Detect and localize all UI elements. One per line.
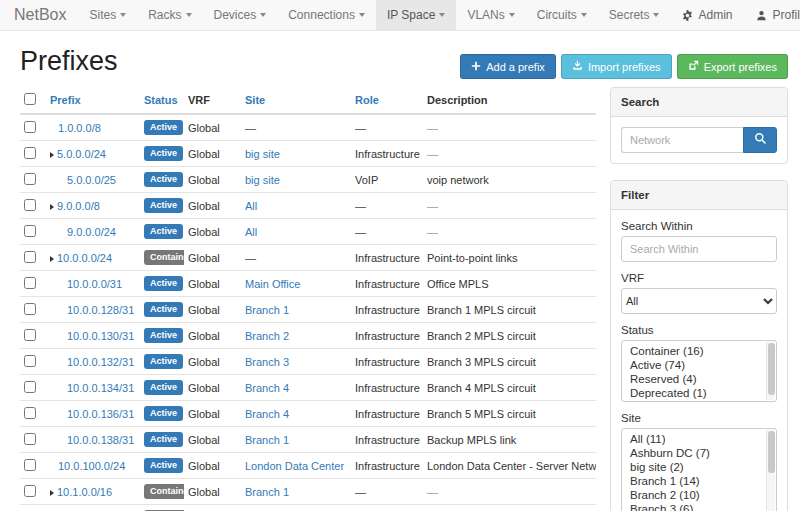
row-checkbox[interactable] xyxy=(24,173,36,185)
col-header-vrf: VRF xyxy=(184,87,241,114)
listbox-option[interactable]: Deprecated (1) xyxy=(622,386,764,400)
page-header: Add a prefix Import prefixes Export pref… xyxy=(0,46,800,77)
listbox-option[interactable]: big site (2) xyxy=(622,460,764,474)
chevron-down-icon xyxy=(186,13,192,17)
import-prefixes-button[interactable]: Import prefixes xyxy=(561,54,672,79)
prefix-link[interactable]: 10.0.0.128/31 xyxy=(67,304,134,316)
vrf-cell: Global xyxy=(184,427,241,453)
listbox-option[interactable]: All (11) xyxy=(622,432,764,446)
prefix-link[interactable]: 10.1.0.0/16 xyxy=(57,486,112,498)
status-badge: Active xyxy=(144,146,183,161)
row-checkbox[interactable] xyxy=(24,251,36,263)
vrf-cell: Global xyxy=(184,401,241,427)
site-link[interactable]: Main Office xyxy=(245,278,300,290)
nav-item-sites[interactable]: Sites xyxy=(78,0,137,30)
site-link[interactable]: Branch 1 xyxy=(245,486,289,498)
role-cell: Infrastructure xyxy=(351,453,423,479)
listbox-option[interactable]: Reserved (4) xyxy=(622,372,764,386)
site-link[interactable]: big site xyxy=(245,148,280,160)
nav-item-admin[interactable]: Admin xyxy=(670,0,744,30)
description-cell: — xyxy=(423,141,596,167)
prefix-link[interactable]: 10.0.0.134/31 xyxy=(67,382,134,394)
app-brand[interactable]: NetBox xyxy=(14,0,66,30)
listbox-option[interactable]: Active (74) xyxy=(622,358,764,372)
vrf-select[interactable]: All xyxy=(621,288,777,314)
prefix-link[interactable]: 5.0.0.0/25 xyxy=(67,174,116,186)
site-link[interactable]: big site xyxy=(245,174,280,186)
nav-item-circuits[interactable]: Circuits xyxy=(526,0,598,30)
prefix-link[interactable]: 5.0.0.0/24 xyxy=(57,148,106,160)
scrollbar-thumb[interactable] xyxy=(768,431,775,473)
prefix-link[interactable]: 9.0.0.0/8 xyxy=(57,200,100,212)
description-cell: — xyxy=(423,114,596,141)
expand-arrow-icon xyxy=(50,256,54,262)
row-checkbox[interactable] xyxy=(24,199,36,211)
prefix-link[interactable]: 10.0.0.136/31 xyxy=(67,408,134,420)
row-checkbox[interactable] xyxy=(24,329,36,341)
nav-item-secrets[interactable]: Secrets xyxy=(598,0,671,30)
select-all-checkbox[interactable] xyxy=(24,93,36,105)
prefix-link[interactable]: 9.0.0.0/24 xyxy=(67,226,116,238)
row-checkbox[interactable] xyxy=(24,407,36,419)
site-link[interactable]: Branch 4 xyxy=(245,408,289,420)
nav-items: SitesRacksDevicesConnectionsIP SpaceVLAN… xyxy=(78,0,670,30)
row-checkbox[interactable] xyxy=(24,225,36,237)
prefix-link[interactable]: 10.0.0.138/31 xyxy=(67,434,134,446)
nav-item-racks[interactable]: Racks xyxy=(137,0,202,30)
site-listbox[interactable]: All (11)Ashburn DC (7)big site (2)Branch… xyxy=(621,428,777,511)
role-cell: — xyxy=(351,114,423,141)
listbox-option[interactable]: Ashburn DC (7) xyxy=(622,446,764,460)
listbox-option[interactable]: Branch 2 (10) xyxy=(622,488,764,502)
add-prefix-button[interactable]: Add a prefix xyxy=(460,54,556,79)
import-icon xyxy=(572,60,583,73)
row-checkbox[interactable] xyxy=(24,355,36,367)
description-cell: London Data Center - Server Network xyxy=(423,453,596,479)
description-cell: Branch 2 MPLS circuit xyxy=(423,323,596,349)
listbox-option[interactable]: Container (16) xyxy=(622,344,764,358)
export-prefixes-button[interactable]: Export prefixes xyxy=(677,54,788,79)
row-checkbox[interactable] xyxy=(24,381,36,393)
site-link[interactable]: Branch 4 xyxy=(245,382,289,394)
table-row: 5.0.0.0/24ActiveGlobalbig siteInfrastruc… xyxy=(20,141,596,167)
listbox-option[interactable]: Branch 1 (14) xyxy=(622,474,764,488)
nav-item-vlans[interactable]: VLANs xyxy=(456,0,525,30)
row-checkbox[interactable] xyxy=(24,485,36,497)
row-checkbox[interactable] xyxy=(24,433,36,445)
prefix-link[interactable]: 10.0.100.0/24 xyxy=(58,460,125,472)
status-listbox[interactable]: Container (16)Active (74)Reserved (4)Dep… xyxy=(621,340,777,402)
role-cell: — xyxy=(351,219,423,245)
search-button[interactable] xyxy=(743,127,777,153)
prefix-link[interactable]: 1.0.0.0/8 xyxy=(58,122,101,134)
row-checkbox[interactable] xyxy=(24,147,36,159)
nav-item-profile[interactable]: Profile xyxy=(744,0,800,30)
site-link[interactable]: Branch 2 xyxy=(245,330,289,342)
listbox-option[interactable]: Branch 3 (6) xyxy=(622,502,764,511)
prefix-link[interactable]: 10.0.0.132/31 xyxy=(67,356,134,368)
search-input[interactable] xyxy=(621,127,743,153)
site-link[interactable]: Branch 3 xyxy=(245,356,289,368)
nav-item-connections[interactable]: Connections xyxy=(277,0,376,30)
prefix-link[interactable]: 10.0.0.0/24 xyxy=(57,252,112,264)
row-checkbox[interactable] xyxy=(24,121,36,133)
prefix-table-body: 1.0.0.0/8ActiveGlobal———5.0.0.0/24Active… xyxy=(20,114,596,511)
row-checkbox[interactable] xyxy=(24,459,36,471)
search-within-input[interactable] xyxy=(621,236,777,262)
role-cell: — xyxy=(351,479,423,505)
row-checkbox[interactable] xyxy=(24,303,36,315)
row-checkbox[interactable] xyxy=(24,277,36,289)
search-panel: Search xyxy=(610,87,788,164)
scrollbar-thumb[interactable] xyxy=(768,343,775,395)
prefix-link[interactable]: 10.0.0.130/31 xyxy=(67,330,134,342)
site-link[interactable]: Branch 1 xyxy=(245,304,289,316)
site-link[interactable]: All xyxy=(245,226,257,238)
nav-item-devices[interactable]: Devices xyxy=(203,0,278,30)
site-link[interactable]: London Data Center xyxy=(245,460,344,472)
description-cell: Branch 1 P2P xyxy=(423,505,596,511)
table-row: 10.0.0.132/31ActiveGlobalBranch 3Infrast… xyxy=(20,349,596,375)
site-link[interactable]: All xyxy=(245,200,257,212)
site-link[interactable]: Branch 1 xyxy=(245,434,289,446)
table-row: 9.0.0.0/8ActiveGlobalAll—— xyxy=(20,193,596,219)
description-cell: — xyxy=(423,219,596,245)
prefix-link[interactable]: 10.0.0.0/31 xyxy=(67,278,122,290)
nav-item-ip-space[interactable]: IP Space xyxy=(376,0,456,30)
